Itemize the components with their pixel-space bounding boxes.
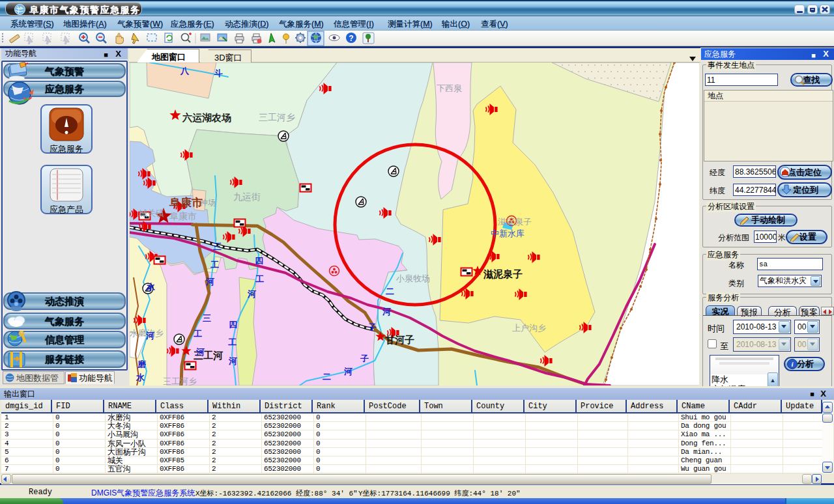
svg-text:三工河乡: 三工河乡 [163,376,197,385]
svg-text:三工河乡: 三工河乡 [259,112,295,122]
svg-text:河: 河 [195,347,205,357]
svg-text:工: 工 [210,260,219,270]
svg-text:水: 水 [136,372,145,382]
svg-text:水: 水 [146,282,156,292]
svg-text:河: 河 [247,289,256,299]
svg-text:斗: 斗 [214,68,223,78]
svg-text:阜康市: 阜康市 [169,196,203,209]
svg-text:甘河子: 甘河子 [385,334,414,345]
svg-text:河: 河 [228,356,237,366]
svg-text:六运湖农场: 六运湖农场 [182,112,231,123]
svg-text:工: 工 [228,337,237,347]
svg-text:河: 河 [382,307,391,316]
svg-text:阜康市: 阜康市 [169,211,197,221]
svg-text:磨: 磨 [137,359,147,369]
svg-text:上户沟乡: 上户沟乡 [512,323,546,333]
svg-text:下西泉: 下西泉 [437,83,462,93]
svg-text:中新水库: 中新水库 [491,229,525,238]
svg-text:河: 河 [145,331,154,341]
svg-text:工: 工 [194,329,202,339]
svg-text:八: 八 [180,66,190,76]
svg-text:子: 子 [360,354,369,363]
svg-text:二: 二 [323,372,331,382]
svg-text:四: 四 [255,256,263,266]
svg-text:工: 工 [255,274,264,284]
svg-text:九运街: 九运街 [233,191,261,202]
svg-text:河: 河 [343,367,352,376]
svg-text:子: 子 [367,322,377,332]
svg-text:四: 四 [229,320,237,329]
svg-text:?: ? [349,34,353,43]
svg-text:滋泥泉子: 滋泥泉子 [483,268,523,279]
svg-text:三: 三 [213,242,222,251]
svg-text:二: 二 [386,287,394,296]
svg-text:小泉牧场: 小泉牧场 [395,273,430,283]
svg-text:滋泥泉子: 滋泥泉子 [498,217,532,227]
svg-text:城关镇: 城关镇 [139,208,164,218]
svg-text:三: 三 [203,313,211,323]
svg-text:河: 河 [205,277,214,287]
